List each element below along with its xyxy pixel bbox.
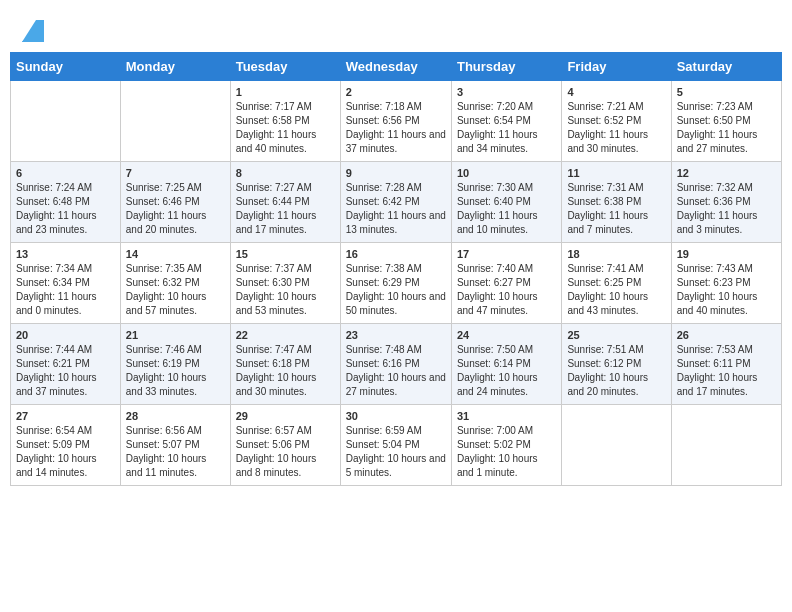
day-info: Sunrise: 7:18 AM Sunset: 6:56 PM Dayligh… <box>346 100 446 156</box>
day-cell-23: 23Sunrise: 7:48 AM Sunset: 6:16 PM Dayli… <box>340 324 451 405</box>
day-info: Sunrise: 7:30 AM Sunset: 6:40 PM Dayligh… <box>457 181 556 237</box>
day-number: 6 <box>16 167 115 179</box>
day-number: 22 <box>236 329 335 341</box>
day-cell-30: 30Sunrise: 6:59 AM Sunset: 5:04 PM Dayli… <box>340 405 451 486</box>
day-info: Sunrise: 7:21 AM Sunset: 6:52 PM Dayligh… <box>567 100 665 156</box>
empty-cell <box>562 405 671 486</box>
day-info: Sunrise: 7:51 AM Sunset: 6:12 PM Dayligh… <box>567 343 665 399</box>
week-row-2: 6Sunrise: 7:24 AM Sunset: 6:48 PM Daylig… <box>11 162 782 243</box>
day-number: 12 <box>677 167 776 179</box>
day-cell-29: 29Sunrise: 6:57 AM Sunset: 5:06 PM Dayli… <box>230 405 340 486</box>
day-cell-17: 17Sunrise: 7:40 AM Sunset: 6:27 PM Dayli… <box>451 243 561 324</box>
day-number: 23 <box>346 329 446 341</box>
day-info: Sunrise: 7:27 AM Sunset: 6:44 PM Dayligh… <box>236 181 335 237</box>
day-info: Sunrise: 7:43 AM Sunset: 6:23 PM Dayligh… <box>677 262 776 318</box>
day-number: 17 <box>457 248 556 260</box>
weekday-header-friday: Friday <box>562 53 671 81</box>
day-info: Sunrise: 7:37 AM Sunset: 6:30 PM Dayligh… <box>236 262 335 318</box>
day-cell-27: 27Sunrise: 6:54 AM Sunset: 5:09 PM Dayli… <box>11 405 121 486</box>
empty-cell <box>11 81 121 162</box>
day-number: 14 <box>126 248 225 260</box>
week-row-5: 27Sunrise: 6:54 AM Sunset: 5:09 PM Dayli… <box>11 405 782 486</box>
logo <box>20 20 44 42</box>
day-info: Sunrise: 7:25 AM Sunset: 6:46 PM Dayligh… <box>126 181 225 237</box>
day-info: Sunrise: 7:24 AM Sunset: 6:48 PM Dayligh… <box>16 181 115 237</box>
day-info: Sunrise: 7:53 AM Sunset: 6:11 PM Dayligh… <box>677 343 776 399</box>
day-cell-16: 16Sunrise: 7:38 AM Sunset: 6:29 PM Dayli… <box>340 243 451 324</box>
header <box>10 10 782 47</box>
day-cell-2: 2Sunrise: 7:18 AM Sunset: 6:56 PM Daylig… <box>340 81 451 162</box>
empty-cell <box>120 81 230 162</box>
day-number: 2 <box>346 86 446 98</box>
day-info: Sunrise: 7:00 AM Sunset: 5:02 PM Dayligh… <box>457 424 556 480</box>
week-row-3: 13Sunrise: 7:34 AM Sunset: 6:34 PM Dayli… <box>11 243 782 324</box>
day-cell-24: 24Sunrise: 7:50 AM Sunset: 6:14 PM Dayli… <box>451 324 561 405</box>
weekday-header-thursday: Thursday <box>451 53 561 81</box>
day-cell-7: 7Sunrise: 7:25 AM Sunset: 6:46 PM Daylig… <box>120 162 230 243</box>
day-info: Sunrise: 7:47 AM Sunset: 6:18 PM Dayligh… <box>236 343 335 399</box>
day-number: 1 <box>236 86 335 98</box>
day-number: 15 <box>236 248 335 260</box>
day-info: Sunrise: 7:44 AM Sunset: 6:21 PM Dayligh… <box>16 343 115 399</box>
day-number: 11 <box>567 167 665 179</box>
day-info: Sunrise: 6:56 AM Sunset: 5:07 PM Dayligh… <box>126 424 225 480</box>
day-cell-22: 22Sunrise: 7:47 AM Sunset: 6:18 PM Dayli… <box>230 324 340 405</box>
day-info: Sunrise: 7:34 AM Sunset: 6:34 PM Dayligh… <box>16 262 115 318</box>
weekday-header-tuesday: Tuesday <box>230 53 340 81</box>
day-number: 5 <box>677 86 776 98</box>
day-cell-12: 12Sunrise: 7:32 AM Sunset: 6:36 PM Dayli… <box>671 162 781 243</box>
weekday-header-sunday: Sunday <box>11 53 121 81</box>
svg-marker-1 <box>22 20 44 42</box>
week-row-4: 20Sunrise: 7:44 AM Sunset: 6:21 PM Dayli… <box>11 324 782 405</box>
day-info: Sunrise: 7:40 AM Sunset: 6:27 PM Dayligh… <box>457 262 556 318</box>
day-cell-26: 26Sunrise: 7:53 AM Sunset: 6:11 PM Dayli… <box>671 324 781 405</box>
day-cell-3: 3Sunrise: 7:20 AM Sunset: 6:54 PM Daylig… <box>451 81 561 162</box>
day-number: 21 <box>126 329 225 341</box>
logo-icon <box>22 20 44 42</box>
day-number: 4 <box>567 86 665 98</box>
day-number: 31 <box>457 410 556 422</box>
day-number: 25 <box>567 329 665 341</box>
day-number: 20 <box>16 329 115 341</box>
day-number: 9 <box>346 167 446 179</box>
day-cell-28: 28Sunrise: 6:56 AM Sunset: 5:07 PM Dayli… <box>120 405 230 486</box>
day-number: 16 <box>346 248 446 260</box>
weekday-header-row: SundayMondayTuesdayWednesdayThursdayFrid… <box>11 53 782 81</box>
weekday-header-saturday: Saturday <box>671 53 781 81</box>
day-info: Sunrise: 7:50 AM Sunset: 6:14 PM Dayligh… <box>457 343 556 399</box>
day-info: Sunrise: 7:35 AM Sunset: 6:32 PM Dayligh… <box>126 262 225 318</box>
day-cell-20: 20Sunrise: 7:44 AM Sunset: 6:21 PM Dayli… <box>11 324 121 405</box>
day-number: 8 <box>236 167 335 179</box>
day-info: Sunrise: 7:23 AM Sunset: 6:50 PM Dayligh… <box>677 100 776 156</box>
day-info: Sunrise: 6:57 AM Sunset: 5:06 PM Dayligh… <box>236 424 335 480</box>
day-number: 28 <box>126 410 225 422</box>
day-cell-8: 8Sunrise: 7:27 AM Sunset: 6:44 PM Daylig… <box>230 162 340 243</box>
day-cell-9: 9Sunrise: 7:28 AM Sunset: 6:42 PM Daylig… <box>340 162 451 243</box>
empty-cell <box>671 405 781 486</box>
day-cell-10: 10Sunrise: 7:30 AM Sunset: 6:40 PM Dayli… <box>451 162 561 243</box>
day-number: 29 <box>236 410 335 422</box>
day-cell-21: 21Sunrise: 7:46 AM Sunset: 6:19 PM Dayli… <box>120 324 230 405</box>
day-info: Sunrise: 7:17 AM Sunset: 6:58 PM Dayligh… <box>236 100 335 156</box>
day-info: Sunrise: 7:48 AM Sunset: 6:16 PM Dayligh… <box>346 343 446 399</box>
weekday-header-wednesday: Wednesday <box>340 53 451 81</box>
day-number: 3 <box>457 86 556 98</box>
day-info: Sunrise: 7:31 AM Sunset: 6:38 PM Dayligh… <box>567 181 665 237</box>
day-cell-5: 5Sunrise: 7:23 AM Sunset: 6:50 PM Daylig… <box>671 81 781 162</box>
day-info: Sunrise: 6:54 AM Sunset: 5:09 PM Dayligh… <box>16 424 115 480</box>
day-info: Sunrise: 7:38 AM Sunset: 6:29 PM Dayligh… <box>346 262 446 318</box>
day-cell-18: 18Sunrise: 7:41 AM Sunset: 6:25 PM Dayli… <box>562 243 671 324</box>
day-cell-13: 13Sunrise: 7:34 AM Sunset: 6:34 PM Dayli… <box>11 243 121 324</box>
weekday-header-monday: Monday <box>120 53 230 81</box>
day-info: Sunrise: 6:59 AM Sunset: 5:04 PM Dayligh… <box>346 424 446 480</box>
day-number: 24 <box>457 329 556 341</box>
day-number: 13 <box>16 248 115 260</box>
day-number: 10 <box>457 167 556 179</box>
day-number: 19 <box>677 248 776 260</box>
day-number: 30 <box>346 410 446 422</box>
day-number: 26 <box>677 329 776 341</box>
day-number: 18 <box>567 248 665 260</box>
day-info: Sunrise: 7:46 AM Sunset: 6:19 PM Dayligh… <box>126 343 225 399</box>
day-number: 27 <box>16 410 115 422</box>
day-cell-31: 31Sunrise: 7:00 AM Sunset: 5:02 PM Dayli… <box>451 405 561 486</box>
